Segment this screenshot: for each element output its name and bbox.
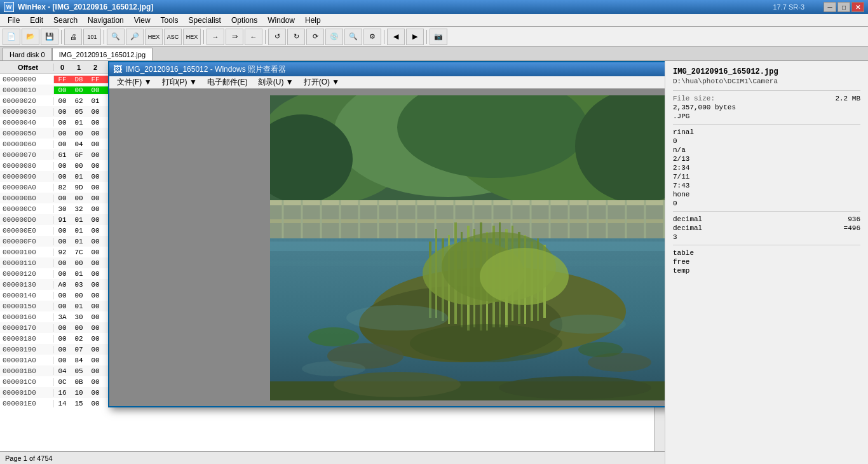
pv-menu-print[interactable]: 打印(P) ▼ xyxy=(157,76,202,89)
hex-byte[interactable]: 91 xyxy=(54,216,71,224)
hex-byte[interactable]: 00 xyxy=(87,140,104,148)
menu-window[interactable]: Window xyxy=(262,14,300,26)
hex-byte[interactable]: 01 xyxy=(71,216,87,224)
pv-menu-open[interactable]: 打开(O) ▼ xyxy=(299,76,345,89)
toolbar-search2[interactable]: 🔎 xyxy=(126,29,144,45)
hex-byte[interactable]: 00 xyxy=(54,335,71,343)
hex-byte[interactable]: 01 xyxy=(71,173,87,181)
hex-byte[interactable]: 04 xyxy=(71,140,87,148)
hex-byte[interactable]: 00 xyxy=(54,227,71,235)
hex-byte[interactable]: 30 xyxy=(71,313,87,321)
toolbar-disk[interactable]: 💿 xyxy=(325,29,343,45)
toolbar-refresh3[interactable]: ⟳ xyxy=(306,29,324,45)
toolbar-arrow-right2[interactable]: ⇒ xyxy=(226,29,243,45)
hex-byte[interactable]: 00 xyxy=(54,162,71,170)
hex-byte[interactable]: 00 xyxy=(54,97,71,105)
hex-byte[interactable]: 00 xyxy=(71,86,87,94)
hex-byte[interactable]: 14 xyxy=(54,400,71,407)
hex-byte[interactable]: 00 xyxy=(87,335,104,343)
hex-byte[interactable]: 00 xyxy=(87,130,104,137)
hex-byte[interactable]: D8 xyxy=(71,76,87,83)
toolbar-open[interactable]: 📂 xyxy=(22,29,39,45)
hex-byte[interactable]: 00 xyxy=(87,389,104,397)
hex-byte[interactable]: 00 xyxy=(54,130,71,137)
hex-byte[interactable]: 00 xyxy=(87,303,104,310)
toolbar-arrow-right[interactable]: → xyxy=(207,29,224,45)
hex-byte[interactable]: 00 xyxy=(54,292,71,299)
menu-edit[interactable]: Edit xyxy=(25,14,48,26)
hex-byte[interactable]: 15 xyxy=(71,400,87,407)
hex-byte[interactable]: 61 xyxy=(54,151,71,159)
hex-byte[interactable]: 01 xyxy=(71,119,87,126)
hex-byte[interactable]: 00 xyxy=(87,313,104,321)
hex-byte[interactable]: 00 xyxy=(87,108,104,116)
pv-menu-email[interactable]: 电子邮件(E) xyxy=(202,76,253,89)
maximize-button[interactable]: □ xyxy=(837,2,850,12)
hex-byte[interactable]: 00 xyxy=(71,194,87,202)
menu-options[interactable]: Options xyxy=(226,14,262,26)
toolbar-right-arrow[interactable]: ▶ xyxy=(406,29,424,45)
menu-search[interactable]: Search xyxy=(48,14,83,26)
hex-byte[interactable]: 07 xyxy=(71,346,87,353)
hex-byte[interactable]: 6F xyxy=(71,151,87,159)
hex-byte[interactable]: 00 xyxy=(54,119,71,126)
toolbar-btn3[interactable]: ⚙ xyxy=(363,29,381,45)
hex-byte[interactable]: 00 xyxy=(54,270,71,278)
hex-byte[interactable]: 00 xyxy=(87,162,104,170)
hex-byte[interactable]: 00 xyxy=(87,367,104,375)
hex-byte[interactable]: 00 xyxy=(87,249,104,256)
hex-byte[interactable]: 01 xyxy=(71,303,87,310)
hex-byte[interactable]: 16 xyxy=(54,389,71,397)
hex-byte[interactable]: 00 xyxy=(87,281,104,289)
toolbar-new[interactable]: 📄 xyxy=(3,29,20,45)
hex-byte[interactable]: 00 xyxy=(71,259,87,267)
hex-byte[interactable]: 00 xyxy=(87,270,104,278)
hex-byte[interactable]: 00 xyxy=(87,238,104,245)
hex-byte[interactable]: 10 xyxy=(71,389,87,397)
hex-byte[interactable]: 82 xyxy=(54,184,71,191)
hex-byte[interactable]: 00 xyxy=(87,86,104,94)
hex-byte[interactable]: 00 xyxy=(71,162,87,170)
toolbar-camera[interactable]: 📷 xyxy=(430,29,447,45)
hex-byte[interactable]: 00 xyxy=(54,140,71,148)
toolbar-print[interactable]: 🖨 xyxy=(64,29,82,45)
hex-byte[interactable]: 00 xyxy=(71,292,87,299)
menu-navigation[interactable]: Navigation xyxy=(83,14,129,26)
toolbar-hex[interactable]: HEX xyxy=(145,29,163,45)
hex-byte[interactable]: 05 xyxy=(71,108,87,116)
hex-byte[interactable]: 00 xyxy=(54,259,71,267)
hex-byte[interactable]: 62 xyxy=(71,97,87,105)
hex-byte[interactable]: 32 xyxy=(71,205,87,213)
toolbar-hex2[interactable]: HEX xyxy=(183,29,201,45)
hex-byte[interactable]: 00 xyxy=(87,205,104,213)
hex-byte[interactable]: 00 xyxy=(54,194,71,202)
hex-byte[interactable]: 00 xyxy=(87,292,104,299)
toolbar-ascii[interactable]: ASC xyxy=(164,29,182,45)
hex-byte[interactable]: 84 xyxy=(71,357,87,364)
toolbar-save[interactable]: 💾 xyxy=(41,29,58,45)
menu-tools[interactable]: Tools xyxy=(156,14,184,26)
hex-byte[interactable]: 00 xyxy=(87,357,104,364)
menu-view[interactable]: View xyxy=(129,14,156,26)
hex-byte[interactable]: A0 xyxy=(54,281,71,289)
toolbar-zoom[interactable]: 🔍 xyxy=(344,29,362,45)
menu-help[interactable]: Help xyxy=(300,14,326,26)
close-button[interactable]: ✕ xyxy=(851,2,864,12)
hex-byte[interactable]: 00 xyxy=(87,378,104,386)
hex-byte[interactable]: 00 xyxy=(54,238,71,245)
hex-byte[interactable]: 00 xyxy=(54,173,71,181)
hex-byte[interactable]: 01 xyxy=(71,270,87,278)
hex-byte[interactable]: 00 xyxy=(87,346,104,353)
hex-byte[interactable]: 0C xyxy=(54,378,71,386)
hex-byte[interactable]: 0B xyxy=(71,378,87,386)
hex-byte[interactable]: 30 xyxy=(54,205,71,213)
hex-byte[interactable]: 00 xyxy=(71,324,87,332)
hex-byte[interactable]: 00 xyxy=(54,86,71,94)
menu-file[interactable]: File xyxy=(3,14,25,26)
hex-byte[interactable]: 3A xyxy=(54,313,71,321)
hex-byte[interactable]: 00 xyxy=(71,130,87,137)
hex-byte[interactable]: 01 xyxy=(71,227,87,235)
hex-byte[interactable]: 02 xyxy=(71,335,87,343)
hex-byte[interactable]: 00 xyxy=(87,227,104,235)
tab-harddisk[interactable]: Hard disk 0 xyxy=(3,48,52,60)
